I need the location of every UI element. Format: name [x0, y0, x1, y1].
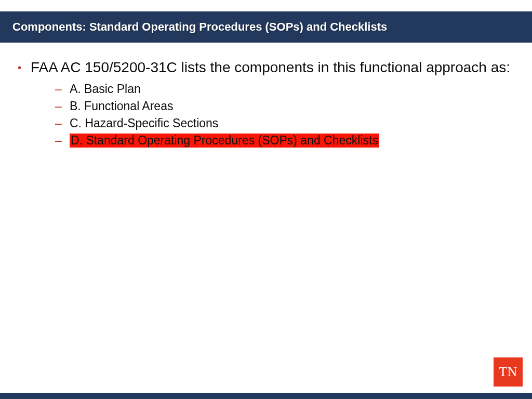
slide-body: • FAA AC 150/5200-31C lists the componen… — [0, 43, 532, 148]
list-item: – D. Standard Operating Procedures (SOPs… — [55, 134, 516, 148]
sub-item-text: A. Basic Plan — [70, 82, 141, 96]
tn-state-logo: TN — [494, 357, 523, 387]
tn-logo-text: TN — [499, 364, 517, 380]
sub-item-text: C. Hazard-Specific Sections — [70, 116, 218, 130]
footer-bar — [0, 393, 532, 399]
list-item: – A. Basic Plan — [55, 82, 516, 96]
sub-item-text-highlighted: D. Standard Operating Procedures (SOPs) … — [70, 134, 379, 148]
list-item: – C. Hazard-Specific Sections — [55, 116, 516, 130]
dash-icon: – — [55, 134, 62, 148]
main-bullet-text: FAA AC 150/5200-31C lists the components… — [31, 58, 510, 77]
bullet-icon: • — [18, 58, 21, 77]
sub-bullet-list: – A. Basic Plan – B. Functional Areas – … — [55, 82, 516, 148]
dash-icon: – — [55, 99, 62, 113]
list-item: – B. Functional Areas — [55, 99, 516, 113]
slide-title: Components: Standard Operating Procedure… — [12, 20, 387, 33]
main-bullet-row: • FAA AC 150/5200-31C lists the componen… — [16, 58, 516, 77]
dash-icon: – — [55, 116, 62, 130]
slide-title-bar: Components: Standard Operating Procedure… — [0, 11, 532, 43]
dash-icon: – — [55, 82, 62, 96]
sub-item-text: B. Functional Areas — [70, 99, 173, 113]
